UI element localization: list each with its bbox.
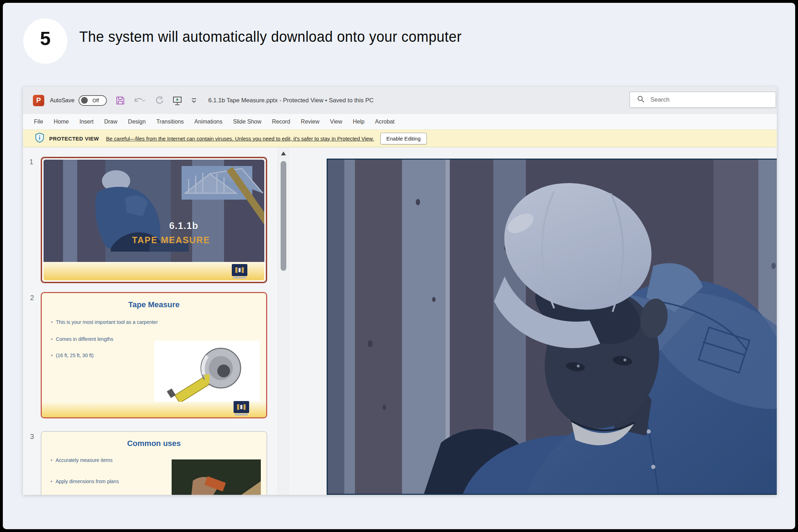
slide-3-number: 3	[30, 433, 34, 441]
powerpoint-app-icon[interactable]: P	[33, 95, 44, 106]
search-box[interactable]: Search	[630, 92, 776, 108]
tab-slide-show[interactable]: Slide Show	[228, 114, 266, 130]
tab-acrobat[interactable]: Acrobat	[370, 114, 400, 130]
slide-3-bullet: Apply dimensions from plans	[51, 479, 119, 484]
tab-review[interactable]: Review	[295, 114, 325, 130]
save-icon[interactable]	[115, 96, 125, 105]
protected-view-message: Be careful—files from the Internet can c…	[106, 136, 374, 142]
slide-3-title: Common uses	[41, 439, 266, 448]
tab-record[interactable]: Record	[267, 114, 296, 130]
start-slideshow-icon[interactable]	[172, 95, 183, 106]
workspace: 1 2 3	[23, 147, 777, 495]
step-title: The system will automatically download o…	[79, 28, 461, 45]
step-number-badge: 5	[23, 18, 67, 64]
customize-toolbar-chevron-icon[interactable]	[190, 98, 197, 103]
slide-1-photo	[44, 160, 264, 264]
scrollbar-thumb[interactable]	[281, 161, 286, 271]
ribbon-tab-bar: File Home Insert Draw Design Transitions…	[23, 114, 777, 130]
slide-2-footer	[42, 402, 266, 417]
undo-icon[interactable]	[133, 96, 147, 105]
slide-2-bullet: Comes in different lengths	[51, 336, 113, 342]
redo-icon[interactable]	[154, 96, 164, 105]
tab-help[interactable]: Help	[348, 114, 370, 130]
slide-2-number: 2	[30, 294, 34, 302]
thumbnail-scrollbar[interactable]	[278, 147, 288, 495]
tab-view[interactable]: View	[325, 114, 348, 130]
protected-view-banner: PROTECTED VIEW Be careful—files from the…	[23, 130, 777, 147]
enable-editing-button[interactable]: Enable Editing	[380, 133, 427, 144]
tab-draw[interactable]: Draw	[99, 114, 122, 130]
autosave-toggle[interactable]: Off	[79, 95, 107, 106]
slide-1-code-text: 6.1.1b	[169, 221, 199, 231]
slide-1-title-text: TAPE MEASURE	[132, 235, 210, 245]
step-number: 5	[40, 27, 51, 49]
protected-view-label: PROTECTED VIEW	[49, 136, 99, 142]
tab-insert[interactable]: Insert	[74, 114, 99, 130]
tab-transitions[interactable]: Transitions	[151, 114, 189, 130]
toggle-knob-icon	[81, 97, 88, 104]
measuring-lumber-image	[172, 459, 261, 495]
document-title: 6.1.1b Tape Measure.pptx - Protected Vie…	[208, 97, 373, 104]
tab-design[interactable]: Design	[123, 114, 151, 130]
slide-footer-logo	[232, 264, 247, 276]
slide-3-bullet: Accurately measure items	[51, 457, 113, 463]
screenshot-frame: 5 The system will automatically download…	[0, 0, 798, 532]
slide-canvas[interactable]	[327, 159, 777, 495]
autosave-state: Off	[88, 98, 103, 103]
slide-2-bullet: This is your most important tool as a ca…	[51, 319, 158, 325]
slide-thumbnail-1[interactable]: 6.1.1b TAPE MEASURE	[41, 157, 267, 283]
tab-file[interactable]: File	[29, 114, 48, 130]
tab-animations[interactable]: Animations	[189, 114, 228, 130]
powerpoint-window: P AutoSave Off	[23, 87, 777, 495]
slide-footer-logo	[234, 401, 249, 413]
search-icon	[637, 95, 645, 104]
scroll-up-arrow-icon[interactable]	[281, 151, 286, 155]
shield-info-icon	[35, 132, 44, 144]
slide-1-footer	[44, 262, 264, 280]
slide-thumbnail-2[interactable]: Tape Measure This is your most important…	[41, 292, 267, 418]
search-placeholder: Search	[650, 96, 670, 103]
page-background: 5 The system will automatically download…	[3, 3, 795, 529]
slide-thumbnail-panel: 1 2 3	[23, 147, 278, 495]
quick-access-toolbar	[115, 95, 197, 106]
slide-thumbnail-3[interactable]: Common uses Accurately measure items App…	[41, 431, 267, 495]
autosave-label: AutoSave	[50, 97, 74, 104]
title-bar: P AutoSave Off	[23, 87, 777, 114]
tab-home[interactable]: Home	[48, 114, 74, 130]
slide-editing-area	[289, 147, 777, 495]
slide-2-bullet: (16 ft, 25 ft, 30 ft)	[51, 353, 94, 358]
slide-2-title: Tape Measure	[42, 300, 266, 309]
slide-1-number: 1	[29, 158, 33, 166]
